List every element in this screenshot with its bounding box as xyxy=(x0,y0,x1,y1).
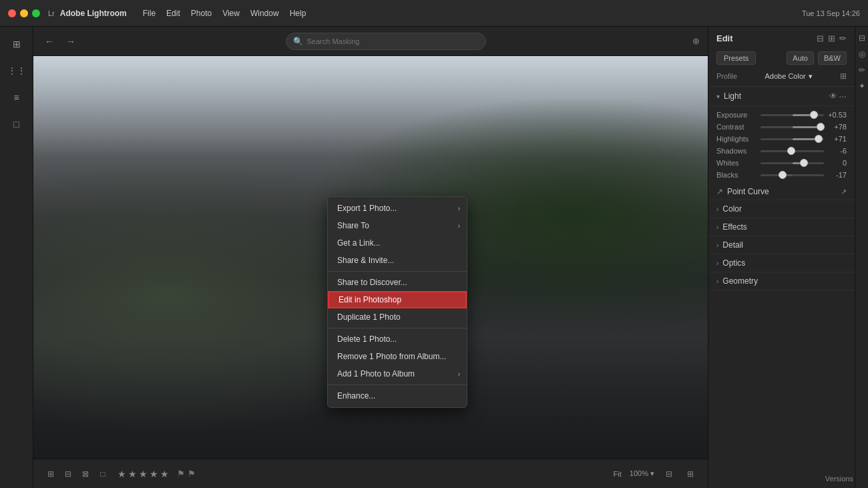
profile-label: Profile xyxy=(716,72,737,80)
ctx-add-album-arrow: › xyxy=(458,371,460,378)
sidebar-icon-bars[interactable]: ≡ xyxy=(5,85,29,109)
layout-icons: ⊞ ⊟ ⊠ □ xyxy=(44,467,110,481)
panel-icon-sliders[interactable]: ⊟ xyxy=(817,33,824,43)
slider-whites-track[interactable] xyxy=(761,162,824,164)
flag-1[interactable]: ⚑ xyxy=(177,469,185,479)
ctx-share-invite[interactable]: Share & Invite... xyxy=(328,252,467,269)
slider-shadows-track[interactable] xyxy=(761,150,824,152)
section-effects[interactable]: › Effects xyxy=(708,218,855,236)
fr-icon-wand[interactable]: ✦ xyxy=(856,80,868,92)
panel-icon-brush[interactable]: ✏ xyxy=(839,33,847,43)
layout-single[interactable]: ⊟ xyxy=(662,467,676,481)
slider-exposure-track[interactable] xyxy=(761,114,824,116)
ctx-delete-label: Delete 1 Photo... xyxy=(337,334,397,344)
star-2[interactable]: ★ xyxy=(128,469,137,479)
search-bar[interactable]: 🔍 xyxy=(286,33,486,50)
bw-button[interactable]: B&W xyxy=(818,51,847,65)
ctx-remove[interactable]: Remove 1 Photo from Album... xyxy=(328,348,467,365)
ctx-remove-label: Remove 1 Photo from Album... xyxy=(337,352,446,361)
section-light-dots[interactable]: ··· xyxy=(839,91,847,101)
section-optics[interactable]: › Optics xyxy=(708,254,855,272)
ctx-export-label: Export 1 Photo... xyxy=(337,204,397,213)
main-layout: ⊞ ⋮⋮ ≡ □ ← → 🔍 ⊕ Export 1 Photo... › xyxy=(0,27,868,488)
menu-photo[interactable]: Photo xyxy=(191,9,212,18)
menu-edit[interactable]: Edit xyxy=(166,9,180,18)
content-area: ← → 🔍 ⊕ Export 1 Photo... › Share To › xyxy=(33,27,708,488)
app-name: Adobe Lightroom xyxy=(60,9,127,18)
fr-icon-sliders[interactable]: ⊟ xyxy=(856,32,868,44)
layout-icon-2[interactable]: ⊟ xyxy=(61,467,75,481)
ctx-duplicate[interactable]: Duplicate 1 Photo xyxy=(328,308,467,326)
slider-contrast-track[interactable] xyxy=(761,126,824,128)
menu-view[interactable]: View xyxy=(222,9,240,18)
ctx-add-album-label: Add 1 Photo to Album xyxy=(337,369,415,379)
filter-icon[interactable]: ⊕ xyxy=(692,36,700,46)
slider-contrast-label: Contrast xyxy=(716,123,756,131)
section-light[interactable]: ▾ Light 👁 ··· xyxy=(708,87,855,106)
star-1[interactable]: ★ xyxy=(118,469,126,479)
fr-icon-brush[interactable]: ✏ xyxy=(856,64,868,76)
slider-exposure-value: +0.53 xyxy=(828,111,847,119)
forward-button[interactable]: → xyxy=(63,33,79,49)
menu-help[interactable]: Help xyxy=(290,9,306,18)
section-light-eye[interactable]: 👁 xyxy=(829,91,837,101)
layout-icon-3[interactable]: ⊠ xyxy=(79,467,92,481)
menu-file[interactable]: File xyxy=(143,9,156,18)
section-light-arrow: ▾ xyxy=(716,93,720,100)
flag-icons[interactable]: ⚑ ⚑ xyxy=(177,469,196,479)
slider-highlights-label: Highlights xyxy=(716,135,756,143)
ctx-share-discover[interactable]: Share to Discover... xyxy=(328,274,467,291)
panel-icon-grid[interactable]: ⊞ xyxy=(828,33,835,43)
slider-highlights-value: +71 xyxy=(828,135,847,143)
auto-button[interactable]: Auto xyxy=(787,51,814,65)
layout-icon-1[interactable]: ⊞ xyxy=(44,467,57,481)
slider-highlights-track[interactable] xyxy=(761,138,824,140)
ctx-get-link[interactable]: Get a Link... xyxy=(328,234,467,252)
point-curve-icon: ↗ xyxy=(716,187,723,196)
close-button[interactable] xyxy=(8,9,16,17)
point-curve-row[interactable]: ↗ Point Curve ↗ xyxy=(708,184,855,200)
section-light-title: Light xyxy=(724,91,829,101)
ctx-enhance[interactable]: Enhance... xyxy=(328,387,467,405)
ctx-share-to[interactable]: Share To › xyxy=(328,217,467,234)
section-color[interactable]: › Color xyxy=(708,200,855,218)
ctx-edit-photoshop-label: Edit in Photoshop xyxy=(339,295,401,304)
profile-dropdown-icon: ▾ xyxy=(809,72,813,81)
star-3[interactable]: ★ xyxy=(139,469,148,479)
ctx-delete[interactable]: Delete 1 Photo... xyxy=(328,330,467,348)
star-rating[interactable]: ★ ★ ★ ★ ★ xyxy=(118,469,169,479)
slider-shadows-value: -6 xyxy=(828,147,847,155)
zoom-value: 100% ▾ xyxy=(630,469,654,478)
filmstrip-right: Fit 100% ▾ ⊟ ⊞ xyxy=(614,467,697,481)
profile-selector[interactable]: Adobe Color ▾ xyxy=(765,72,813,81)
star-4[interactable]: ★ xyxy=(150,469,158,479)
sidebar-icon-grid[interactable]: ⊞ xyxy=(5,32,29,56)
preset-row: Presets Auto B&W xyxy=(708,47,855,69)
slider-contrast: Contrast +78 xyxy=(708,121,855,133)
sidebar-icon-dots[interactable]: ⋮⋮ xyxy=(5,59,29,83)
ctx-edit-photoshop[interactable]: Edit in Photoshop xyxy=(328,291,467,308)
flag-2[interactable]: ⚑ xyxy=(188,469,196,479)
ctx-enhance-label: Enhance... xyxy=(337,391,375,401)
back-button[interactable]: ← xyxy=(41,33,57,49)
section-geometry[interactable]: › Geometry xyxy=(708,272,855,290)
search-input[interactable] xyxy=(307,37,479,45)
profile-icon-grid[interactable]: ⊞ xyxy=(840,71,847,81)
star-5[interactable]: ★ xyxy=(160,469,169,479)
minimize-button[interactable] xyxy=(20,9,28,17)
menu-window[interactable]: Window xyxy=(250,9,279,18)
section-detail[interactable]: › Detail xyxy=(708,236,855,254)
titlebar-right: Tue 13 Sep 14:26 xyxy=(802,9,860,17)
layout-icon-4[interactable]: □ xyxy=(96,467,110,481)
ctx-add-album[interactable]: Add 1 Photo to Album › xyxy=(328,365,467,383)
slider-blacks-track[interactable] xyxy=(761,174,824,176)
ctx-share-discover-label: Share to Discover... xyxy=(337,278,407,287)
ctx-export[interactable]: Export 1 Photo... › xyxy=(328,200,467,217)
presets-button[interactable]: Presets xyxy=(716,51,756,65)
slider-contrast-value: +78 xyxy=(828,123,847,131)
sidebar-icon-square[interactable]: □ xyxy=(5,112,29,136)
maximize-button[interactable] xyxy=(32,9,40,17)
layout-dual[interactable]: ⊞ xyxy=(684,467,697,481)
fr-icon-circle[interactable]: ◎ xyxy=(856,48,868,60)
fit-label: Fit xyxy=(614,470,622,478)
